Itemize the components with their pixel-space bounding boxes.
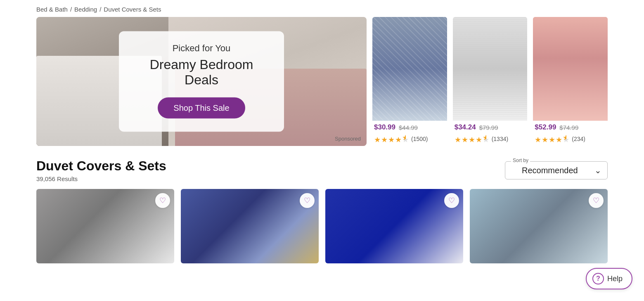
heart-icon-1: ♡ [159, 197, 166, 204]
hero-product-3-reviews: (234) [572, 136, 585, 142]
breadcrumb-sep-2: / [99, 6, 101, 13]
hero-product-3-original-price: $74.99 [559, 124, 578, 131]
product-image-3 [325, 189, 463, 263]
breadcrumb-sep-1: / [70, 6, 72, 13]
product-image-1 [36, 189, 174, 263]
sort-by-container: Sort by Recommended Price: Low to High P… [505, 161, 608, 179]
product-card-3[interactable]: ♡ [325, 189, 463, 263]
hero-product-2-reviews: (1334) [492, 136, 508, 142]
wishlist-button-4[interactable]: ♡ [589, 193, 604, 208]
product-image-4 [470, 189, 608, 263]
results-title-block: Duvet Covers & Sets 39,056 Results [36, 158, 166, 182]
product-card-4[interactable]: ♡ [470, 189, 608, 263]
picked-for-you-label: Picked for You [140, 43, 263, 54]
hero-product-1-reviews: (1500) [411, 136, 428, 142]
help-button[interactable]: ? Help [586, 268, 632, 272]
hero-product-image-2 [453, 17, 528, 121]
sort-by-label: Sort by [511, 158, 530, 163]
product-card-1[interactable]: ♡ [36, 189, 174, 263]
shop-this-sale-button[interactable]: Shop This Sale [158, 98, 245, 119]
breadcrumb-bedding[interactable]: Bedding [74, 6, 97, 13]
hero-overlay: Picked for You Dreamy Bedroom Deals Shop… [119, 31, 284, 132]
wishlist-button-3[interactable]: ♡ [444, 193, 459, 208]
results-count: 39,056 Results [36, 175, 166, 182]
hero-product-card-1[interactable]: $30.99 $44.99 ★★★★★★ (1500) [372, 17, 447, 146]
heart-icon-3: ♡ [448, 197, 455, 204]
breadcrumb: Bed & Bath / Bedding / Duvet Covers & Se… [0, 0, 644, 17]
product-card-2[interactable]: ♡ [181, 189, 319, 263]
hero-product-2-original-price: $79.99 [479, 124, 498, 131]
hero-products-column: $30.99 $44.99 ★★★★★★ (1500) $34.24 $79.9… [372, 17, 608, 146]
heart-icon-4: ♡ [593, 197, 599, 204]
hero-banner: Picked for You Dreamy Bedroom Deals Shop… [36, 17, 367, 146]
hero-product-card-2[interactable]: $34.24 $79.99 ★★★★★★ (1334) [453, 17, 528, 146]
hero-product-1-original-price: $44.99 [399, 124, 418, 131]
hero-product-3-sale-price: $52.99 [535, 123, 556, 131]
wishlist-button-1[interactable]: ♡ [155, 193, 170, 208]
product-image-2 [181, 189, 319, 263]
hero-product-image-1 [372, 17, 447, 121]
hero-product-2-stars: ★★★★★★ [455, 133, 490, 144]
breadcrumb-bed-bath[interactable]: Bed & Bath [36, 6, 68, 13]
sponsored-label: Sponsored [335, 136, 361, 142]
breadcrumb-duvet[interactable]: Duvet Covers & Sets [104, 6, 161, 13]
hero-product-3-stars: ★★★★★★ [535, 133, 570, 144]
hero-product-card-3[interactable]: $52.99 $74.99 ★★★★★★ (234) [533, 17, 608, 146]
sort-select[interactable]: Recommended Price: Low to High Price: Hi… [522, 166, 589, 175]
hero-headline: Dreamy Bedroom Deals [140, 57, 263, 88]
page-title: Duvet Covers & Sets [36, 158, 166, 174]
product-grid: ♡ ♡ ♡ ♡ [0, 189, 644, 272]
results-header: Duvet Covers & Sets 39,056 Results Sort … [0, 154, 644, 189]
wishlist-button-2[interactable]: ♡ [300, 193, 315, 208]
hero-product-1-sale-price: $30.99 [374, 123, 395, 131]
hero-product-1-stars: ★★★★★★ [374, 133, 409, 144]
hero-product-image-3 [533, 17, 608, 121]
hero-product-2-sale-price: $34.24 [455, 123, 476, 131]
hero-section: Picked for You Dreamy Bedroom Deals Shop… [0, 17, 644, 154]
chevron-down-icon: ⌄ [594, 165, 601, 175]
heart-icon-2: ♡ [304, 197, 310, 204]
